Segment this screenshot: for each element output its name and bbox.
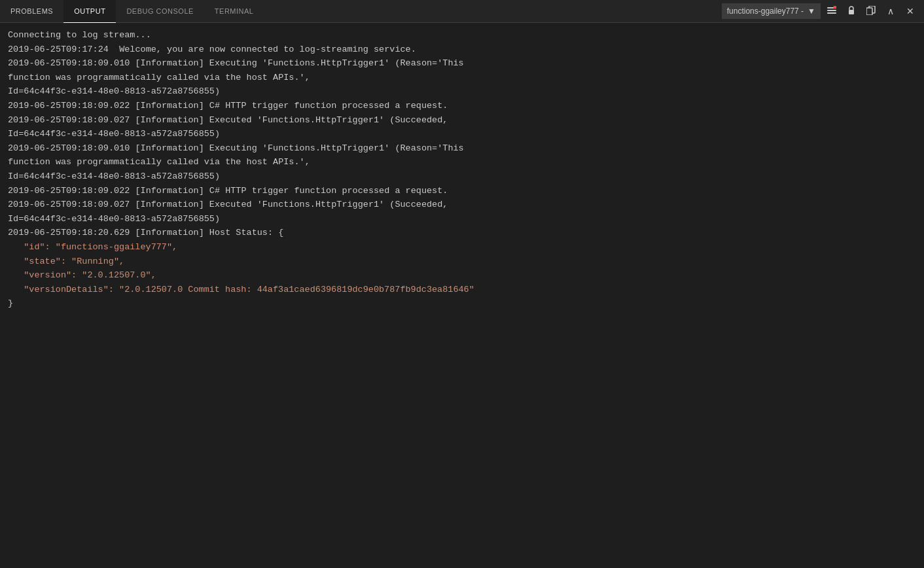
- tab-terminal[interactable]: TERMINAL: [204, 0, 264, 23]
- log-line: function was programmatically called via…: [8, 71, 916, 85]
- svg-rect-7: [866, 8, 872, 15]
- tab-bar-left: PROBLEMSOUTPUTDEBUG CONSOLETERMINAL: [0, 0, 722, 23]
- tab-bar-right: functions-ggailey777 - ▼: [722, 3, 924, 20]
- log-line: 2019-06-25T09:18:09.027 [Information] Ex…: [8, 113, 916, 128]
- log-line: Id=64c44f3c-e314-48e0-8813-a572a8756855): [8, 212, 916, 226]
- chevron-up-icon: ∧: [887, 6, 894, 16]
- log-line: 2019-06-25T09:18:09.027 [Information] Ex…: [8, 198, 916, 212]
- log-line: Connecting to log stream...: [8, 28, 916, 43]
- log-line: 2019-06-25T09:18:20.629 [Information] Ho…: [8, 226, 916, 240]
- log-line: function was programmatically called via…: [8, 155, 916, 169]
- log-content[interactable]: Connecting to log stream...2019-06-25T09…: [0, 23, 924, 568]
- svg-rect-1: [827, 10, 836, 11]
- log-line: 2019-06-25T09:18:09.010 [Information] Ex…: [8, 141, 916, 156]
- clear-icon: [827, 6, 836, 17]
- log-line: "version": "2.0.12507.0",: [8, 268, 916, 283]
- tab-debug-console[interactable]: DEBUG CONSOLE: [116, 0, 204, 23]
- close-icon: ✕: [906, 6, 914, 16]
- close-panel-button[interactable]: ✕: [902, 3, 919, 20]
- copy-output-button[interactable]: [862, 3, 880, 20]
- tab-bar: PROBLEMSOUTPUTDEBUG CONSOLETERMINAL func…: [0, 0, 924, 23]
- lock-icon: [847, 6, 856, 17]
- log-line: Id=64c44f3c-e314-48e0-8813-a572a8756855): [8, 84, 916, 99]
- svg-rect-2: [827, 12, 836, 14]
- lock-scroll-button[interactable]: [843, 3, 860, 20]
- log-line: 2019-06-25T09:18:09.022 [Information] C#…: [8, 99, 916, 113]
- svg-rect-5: [849, 10, 854, 14]
- log-line: }: [8, 296, 916, 311]
- log-line: "id": "functions-ggailey777",: [8, 240, 916, 255]
- log-line: 2019-06-25T09:18:09.022 [Information] C#…: [8, 184, 916, 198]
- dropdown-label: functions-ggailey777 -: [727, 7, 804, 16]
- log-line: 2019-06-25T09:18:09.010 [Information] Ex…: [8, 56, 916, 71]
- tab-problems[interactable]: PROBLEMS: [0, 0, 63, 23]
- log-line: Id=64c44f3c-e314-48e0-8813-a572a8756855): [8, 169, 916, 184]
- panel-container: PROBLEMSOUTPUTDEBUG CONSOLETERMINAL func…: [0, 0, 924, 568]
- log-line: "versionDetails": "2.0.12507.0 Commit ha…: [8, 283, 916, 297]
- clear-output-button[interactable]: [823, 3, 840, 20]
- output-source-dropdown[interactable]: functions-ggailey777 - ▼: [722, 3, 821, 19]
- tab-output[interactable]: OUTPUT: [63, 0, 116, 23]
- log-line: "state": "Running",: [8, 255, 916, 269]
- chevron-down-icon: ▼: [808, 7, 815, 16]
- collapse-panel-button[interactable]: ∧: [882, 3, 899, 20]
- log-line: Id=64c44f3c-e314-48e0-8813-a572a8756855): [8, 127, 916, 141]
- log-line: 2019-06-25T09:17:24 Welcome, you are now…: [8, 43, 916, 57]
- copy-icon: [866, 6, 876, 17]
